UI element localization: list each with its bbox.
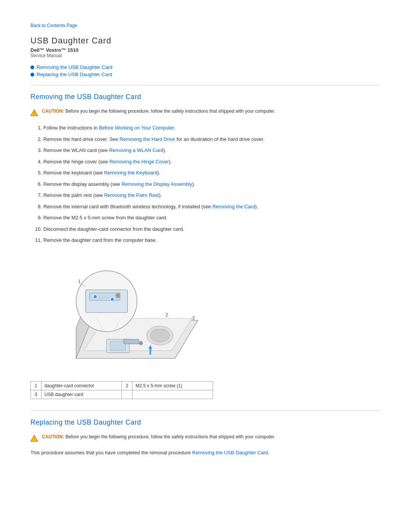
bullet-icon — [30, 73, 34, 77]
step-num: 4. — [30, 158, 42, 166]
step-text: Remove the display assembly (see Removin… — [43, 181, 195, 188]
step-text: Remove the keyboard (see Removing the Ke… — [43, 169, 160, 177]
svg-point-6 — [150, 329, 169, 342]
caution-icon: ! — [30, 109, 38, 117]
step-text: Remove the hard drive cover. See Removin… — [43, 136, 264, 143]
toc-item-removing: Removing the USB Daughter Card — [30, 64, 381, 70]
step-num: 2. — [30, 136, 42, 143]
step4-link[interactable]: Removing the Hinge Cover — [109, 159, 169, 165]
step-2: 2. Remove the hard drive cover. See Remo… — [30, 136, 381, 143]
step3-link[interactable]: Removing a WLAN Card — [109, 147, 163, 153]
step-num: 3. — [30, 147, 42, 154]
step-11: 11. Remove the daughter card from the co… — [30, 236, 381, 244]
toc-item-replacing: Replacing the USB Daughter Card — [30, 72, 381, 77]
caution-label: CAUTION: — [42, 109, 64, 114]
back-to-contents-link[interactable]: Back to Contents Page — [30, 23, 77, 28]
part-label-4 — [132, 390, 213, 399]
step-9: 9. Remove the M2.5 x 5-mm screw from the… — [30, 214, 381, 222]
step1-link[interactable]: Before Working on Your Computer — [99, 125, 174, 131]
step7-link[interactable]: Removing the Palm Rest — [104, 192, 159, 198]
step-text: Remove the M2.5 x 5-mm screw from the da… — [43, 214, 167, 222]
step-3: 3. Remove the WLAN card (see Removing a … — [30, 147, 381, 154]
step-num: 5. — [30, 169, 42, 177]
step-num: 9. — [30, 214, 42, 222]
table-row: 1 daughter-card connector 2 M2.5 x 5-mm … — [31, 381, 213, 390]
svg-rect-14 — [150, 349, 151, 355]
part-num-4 — [122, 390, 132, 399]
divider-middle — [30, 411, 381, 411]
step-8: 8. Remove the internal card with Bluetoo… — [30, 203, 381, 211]
step-5: 5. Remove the keyboard (see Removing the… — [30, 169, 381, 177]
step-10: 10. Disconnect the daughter-card connect… — [30, 225, 381, 233]
step-text: Disconnect the daughter-card connector f… — [43, 225, 184, 233]
removing-section: Removing the USB Daughter Card ! CAUTION… — [30, 93, 381, 399]
part-num-2: 2 — [122, 381, 132, 390]
diagram-svg: 2 3 1 — [30, 252, 206, 374]
svg-rect-8 — [110, 341, 126, 351]
step-num: 6. — [30, 181, 42, 188]
page-title: USB Daughter Card — [30, 36, 381, 46]
svg-point-23 — [110, 297, 114, 301]
caution-body-2: Before you begin the following procedure… — [65, 434, 275, 439]
step-text: Remove the hinge cover (see Removing the… — [43, 158, 172, 166]
steps-list: 1. Follow the instructions in Before Wor… — [30, 124, 381, 244]
table-row: 3 USB daughter card — [31, 390, 213, 399]
replacing-title: Replacing the USB Daughter Card — [30, 419, 381, 427]
svg-text:!: ! — [33, 437, 35, 441]
step2-link[interactable]: Removing the Hard Drive — [119, 136, 175, 142]
svg-text:2: 2 — [166, 312, 168, 318]
divider-top — [30, 85, 381, 85]
step-num: 1. — [30, 124, 42, 132]
step-text: Follow the instructions in Before Workin… — [43, 124, 175, 132]
caution-text-replacing: CAUTION: Before you begin the following … — [42, 434, 275, 439]
step-1: 1. Follow the instructions in Before Wor… — [30, 124, 381, 132]
caution-icon-replacing: ! — [30, 435, 38, 442]
svg-text:1: 1 — [78, 279, 81, 284]
step-text: Remove the internal card with Bluetooth … — [43, 203, 258, 211]
table-of-contents: Removing the USB Daughter Card Replacing… — [30, 64, 381, 77]
part-label-3: USB daughter card — [41, 390, 122, 399]
step-num: 7. — [30, 192, 42, 199]
service-manual-label: Service Manual — [30, 53, 381, 58]
svg-text:3: 3 — [192, 315, 195, 321]
svg-text:!: ! — [33, 111, 35, 116]
step6-link[interactable]: Removing the Display Assembly — [121, 181, 192, 187]
step5-link[interactable]: Removing the Keyboard — [104, 170, 157, 176]
replacing-section: Replacing the USB Daughter Card ! CAUTIO… — [30, 419, 381, 455]
caution-body: Before you begin the following procedure… — [65, 109, 275, 114]
part-label-2: M2.5 x 5-mm screw (1) — [132, 381, 213, 390]
product-name: Dell™ Vostro™ 1510 — [30, 47, 381, 53]
bullet-icon — [30, 66, 34, 69]
toc-link-replacing[interactable]: Replacing the USB Daughter Card — [37, 72, 112, 77]
removing-title: Removing the USB Daughter Card — [30, 93, 381, 101]
part-label-1: daughter-card connector — [41, 381, 122, 390]
part-num-1: 1 — [31, 381, 41, 390]
step-6: 6. Remove the display assembly (see Remo… — [30, 181, 381, 188]
caution-label-2: CAUTION: — [42, 434, 64, 439]
svg-point-22 — [93, 295, 97, 299]
caution-text-removing: CAUTION: Before you begin the following … — [42, 109, 275, 114]
step-num: 10. — [30, 225, 42, 233]
step-text: Remove the daughter card from the comput… — [43, 236, 157, 244]
toc-link-removing[interactable]: Removing the USB Daughter Card — [37, 64, 112, 70]
parts-table: 1 daughter-card connector 2 M2.5 x 5-mm … — [30, 381, 213, 399]
step-num: 8. — [30, 203, 42, 211]
part-num-3: 3 — [31, 390, 41, 399]
step-text: Remove the palm rest (see Removing the P… — [43, 192, 162, 199]
step-num: 11. — [30, 236, 42, 244]
step-4: 4. Remove the hinge cover (see Removing … — [30, 158, 381, 166]
step8-link[interactable]: Removing the Card — [212, 204, 255, 209]
caution-box-replacing: ! CAUTION: Before you begin the followin… — [30, 434, 381, 442]
step-7: 7. Remove the palm rest (see Removing th… — [30, 192, 381, 199]
diagram-container: 2 3 1 — [30, 252, 206, 374]
step-text: Remove the WLAN card (see Removing a WLA… — [43, 147, 166, 154]
replacing-note: This procedure assumes that you have com… — [30, 450, 381, 455]
caution-box-removing: ! CAUTION: Before you begin the followin… — [30, 109, 381, 117]
laptop-base-illustration: 2 3 1 — [76, 271, 198, 358]
svg-rect-9 — [124, 339, 139, 344]
removing-link-ref[interactable]: Removing the USB Daughter Card — [192, 450, 268, 455]
